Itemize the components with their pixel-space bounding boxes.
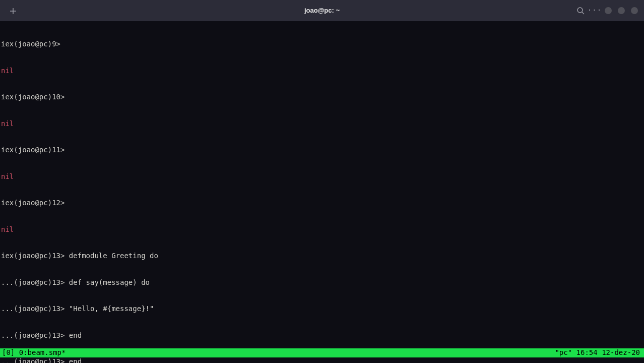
tmux-statusbar: [0] 0:beam.smp* "pc" 16:54 12-dez-20 — [0, 348, 644, 357]
output-line: ...(joao@pc)13> end — [1, 357, 643, 363]
output-line: ...(joao@pc)13> end — [1, 331, 643, 340]
terminal-area[interactable]: iex(joao@pc)9> nil iex(joao@pc)10> nil i… — [0, 21, 644, 363]
output-line: iex(joao@pc)11> — [1, 146, 643, 155]
svg-point-0 — [577, 8, 583, 13]
output-line: iex(joao@pc)12> — [1, 199, 643, 208]
status-left: [0] 0:beam.smp* — [2, 348, 66, 357]
output-line: iex(joao@pc)13> defmodule Greeting do — [1, 252, 643, 261]
new-tab-icon[interactable] — [9, 7, 17, 15]
titlebar-right-controls: ··· — [576, 7, 638, 15]
window-control-min[interactable] — [605, 7, 612, 14]
window-control-close[interactable] — [631, 7, 638, 14]
titlebar: joao@pc: ~ ··· — [0, 0, 644, 21]
output-line: iex(joao@pc)9> — [1, 40, 643, 49]
status-right: "pc" 16:54 12-dez-20 — [555, 348, 642, 357]
menu-icon[interactable]: ··· — [591, 7, 599, 15]
output-line: nil — [1, 119, 643, 129]
output-line: ...(joao@pc)13> def say(message) do — [1, 278, 643, 287]
window-title: joao@pc: ~ — [304, 6, 340, 15]
output-line: nil — [1, 225, 643, 234]
output-line: iex(joao@pc)10> — [1, 93, 643, 102]
output-line: nil — [1, 172, 643, 182]
window-control-max[interactable] — [618, 7, 625, 14]
output-line: ...(joao@pc)13> "Hello, #{message}!" — [1, 305, 643, 314]
output-line: nil — [1, 67, 643, 76]
search-icon[interactable] — [576, 7, 585, 15]
